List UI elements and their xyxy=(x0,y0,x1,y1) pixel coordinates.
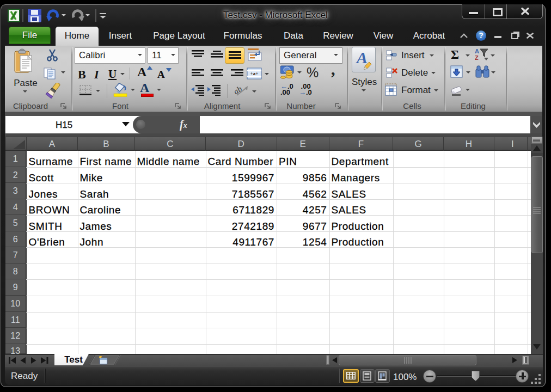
svg-text:A: A xyxy=(475,48,479,54)
svg-text:+a+: +a+ xyxy=(250,71,259,76)
svg-text:Z: Z xyxy=(475,54,479,61)
